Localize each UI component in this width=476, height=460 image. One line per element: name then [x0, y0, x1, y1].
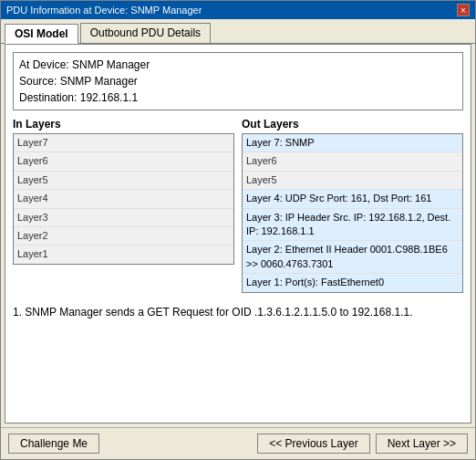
window-title: PDU Information at Device: SNMP Manager	[6, 5, 202, 16]
out-layers-panel: Out Layers Layer 7: SNMP Layer6 Layer5 L…	[242, 118, 463, 293]
title-bar: PDU Information at Device: SNMP Manager …	[1, 1, 475, 19]
list-item: Layer5	[14, 172, 233, 190]
list-item: Layer4	[14, 190, 233, 208]
layers-container: In Layers Layer7 Layer6 Layer5 Layer4 La…	[13, 118, 463, 293]
out-layers-list: Layer 7: SNMP Layer6 Layer5 Layer 4: UDP…	[242, 133, 463, 293]
description-text: 1. SNMP Manager sends a GET Request for …	[13, 306, 412, 319]
list-item: Layer6	[243, 152, 462, 171]
challenge-me-button[interactable]: Challenge Me	[8, 434, 99, 454]
list-item: Layer5	[243, 172, 462, 190]
close-button[interactable]: ×	[457, 4, 470, 16]
source-label: Source: SNMP Manager	[19, 73, 457, 89]
list-item: Layer 2: Ethernet II Header 0001.C98B.1B…	[243, 241, 462, 274]
list-item: Layer 4: UDP Src Port: 161, Dst Port: 16…	[243, 190, 462, 208]
tab-bar: OSI Model Outbound PDU Details	[1, 19, 475, 44]
list-item: Layer1	[14, 246, 233, 263]
list-item: Layer6	[14, 152, 233, 171]
next-layer-button[interactable]: Next Layer >>	[376, 434, 468, 454]
list-item: Layer7	[14, 134, 233, 152]
at-device-label: At Device: SNMP Manager	[19, 57, 457, 73]
out-layers-title: Out Layers	[242, 118, 463, 131]
tab-outbound[interactable]: Outbound PDU Details	[80, 23, 211, 43]
tab-content: At Device: SNMP Manager Source: SNMP Man…	[5, 44, 471, 423]
in-layers-title: In Layers	[13, 118, 234, 131]
footer: Challenge Me << Previous Layer Next Laye…	[1, 427, 475, 459]
previous-layer-button[interactable]: << Previous Layer	[257, 434, 369, 454]
in-layers-list: Layer7 Layer6 Layer5 Layer4 Layer3 Layer…	[13, 133, 234, 265]
list-item: Layer 1: Port(s): FastEthernet0	[243, 274, 462, 291]
main-window: PDU Information at Device: SNMP Manager …	[0, 0, 476, 460]
list-item: Layer3	[14, 209, 233, 227]
in-layers-panel: In Layers Layer7 Layer6 Layer5 Layer4 La…	[13, 118, 234, 293]
destination-label: Destination: 192.168.1.1	[19, 89, 457, 106]
list-item: Layer 3: IP Header Src. IP: 192.168.1.2,…	[243, 209, 462, 242]
list-item: Layer2	[14, 227, 233, 246]
list-item: Layer 7: SNMP	[243, 134, 462, 152]
description-area: 1. SNMP Manager sends a GET Request for …	[13, 300, 463, 415]
tab-osi[interactable]: OSI Model	[5, 24, 78, 44]
device-info: At Device: SNMP Manager Source: SNMP Man…	[13, 52, 463, 110]
